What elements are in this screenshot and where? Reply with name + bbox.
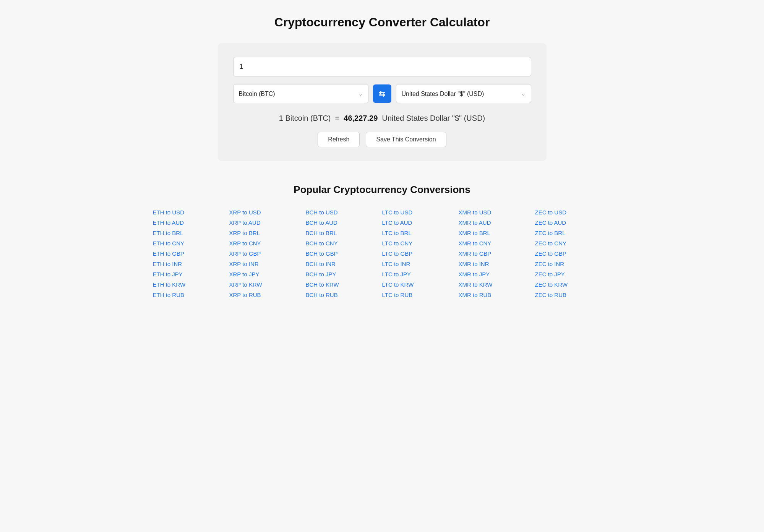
conversion-link[interactable]: XMR to JPY — [459, 269, 535, 279]
conversion-link[interactable]: BCH to BRL — [306, 228, 382, 238]
conversions-grid: ETH to USDETH to AUDETH to BRLETH to CNY… — [153, 207, 612, 300]
action-buttons: Refresh Save This Conversion — [233, 132, 531, 147]
conversion-link[interactable]: BCH to INR — [306, 259, 382, 269]
result-value: 46,227.29 — [344, 114, 378, 122]
conversion-link[interactable]: XMR to RUB — [459, 290, 535, 300]
conversion-link[interactable]: ZEC to INR — [535, 259, 612, 269]
conversion-link[interactable]: ZEC to AUD — [535, 217, 612, 228]
conversion-link[interactable]: ZEC to CNY — [535, 238, 612, 248]
conversion-link[interactable]: XMR to KRW — [459, 279, 535, 290]
conversion-link[interactable]: XRP to USD — [229, 207, 306, 217]
to-currency-wrap: United States Dollar "$" (USD)Australian… — [396, 84, 531, 103]
conversion-link[interactable]: XRP to RUB — [229, 290, 306, 300]
conversion-link[interactable]: LTC to KRW — [382, 279, 459, 290]
conversion-column-5: ZEC to USDZEC to AUDZEC to BRLZEC to CNY… — [535, 207, 612, 300]
chevron-down-icon-2: ⌄ — [521, 91, 526, 97]
currency-row: Bitcoin (BTC)Ethereum (ETH)Ripple (XRP)B… — [233, 84, 531, 103]
conversion-link[interactable]: LTC to GBP — [382, 248, 459, 259]
result-to-currency: United States Dollar "$" (USD) — [382, 114, 485, 122]
conversion-link[interactable]: LTC to AUD — [382, 217, 459, 228]
conversion-link[interactable]: XRP to GBP — [229, 248, 306, 259]
conversion-column-3: LTC to USDLTC to AUDLTC to BRLLTC to CNY… — [382, 207, 459, 300]
result-equals: = — [335, 114, 339, 122]
conversion-column-1: XRP to USDXRP to AUDXRP to BRLXRP to CNY… — [229, 207, 306, 300]
conversion-link[interactable]: ZEC to GBP — [535, 248, 612, 259]
conversion-link[interactable]: BCH to KRW — [306, 279, 382, 290]
conversion-link[interactable]: XRP to BRL — [229, 228, 306, 238]
conversion-link[interactable]: ETH to INR — [153, 259, 229, 269]
conversion-link[interactable]: ZEC to USD — [535, 207, 612, 217]
swap-button[interactable]: ⇆ — [373, 84, 391, 103]
converter-card: Bitcoin (BTC)Ethereum (ETH)Ripple (XRP)B… — [218, 43, 547, 161]
from-currency-wrap: Bitcoin (BTC)Ethereum (ETH)Ripple (XRP)B… — [233, 84, 368, 103]
conversion-link[interactable]: BCH to GBP — [306, 248, 382, 259]
conversion-link[interactable]: ETH to RUB — [153, 290, 229, 300]
conversion-link[interactable]: LTC to BRL — [382, 228, 459, 238]
conversion-link[interactable]: ZEC to RUB — [535, 290, 612, 300]
page-title: Cryptocurrency Converter Calculator — [8, 15, 756, 29]
conversion-link[interactable]: BCH to JPY — [306, 269, 382, 279]
conversion-link[interactable]: ETH to USD — [153, 207, 229, 217]
popular-section: Popular Cryptocurrency Conversions ETH t… — [153, 184, 612, 300]
amount-input[interactable] — [233, 57, 531, 76]
conversion-link[interactable]: XMR to BRL — [459, 228, 535, 238]
conversion-link[interactable]: ETH to AUD — [153, 217, 229, 228]
conversion-link[interactable]: XMR to AUD — [459, 217, 535, 228]
from-currency-select[interactable]: Bitcoin (BTC)Ethereum (ETH)Ripple (XRP)B… — [239, 91, 356, 97]
conversion-link[interactable]: BCH to USD — [306, 207, 382, 217]
conversion-link[interactable]: ZEC to JPY — [535, 269, 612, 279]
conversion-link[interactable]: ETH to GBP — [153, 248, 229, 259]
conversion-link[interactable]: ETH to CNY — [153, 238, 229, 248]
conversion-link[interactable]: LTC to RUB — [382, 290, 459, 300]
conversion-link[interactable]: ZEC to BRL — [535, 228, 612, 238]
result-from-text: 1 Bitcoin (BTC) — [279, 114, 331, 122]
conversion-link[interactable]: LTC to USD — [382, 207, 459, 217]
conversion-link[interactable]: LTC to JPY — [382, 269, 459, 279]
conversion-link[interactable]: BCH to RUB — [306, 290, 382, 300]
conversion-link[interactable]: ETH to JPY — [153, 269, 229, 279]
conversion-link[interactable]: XMR to INR — [459, 259, 535, 269]
conversion-link[interactable]: ZEC to KRW — [535, 279, 612, 290]
swap-arrows-icon: ⇆ — [379, 89, 385, 98]
chevron-down-icon: ⌄ — [358, 91, 363, 97]
conversion-column-4: XMR to USDXMR to AUDXMR to BRLXMR to CNY… — [459, 207, 535, 300]
conversion-result: 1 Bitcoin (BTC) = 46,227.29 United State… — [233, 114, 531, 123]
conversion-column-0: ETH to USDETH to AUDETH to BRLETH to CNY… — [153, 207, 229, 300]
conversion-link[interactable]: XRP to INR — [229, 259, 306, 269]
conversion-link[interactable]: BCH to CNY — [306, 238, 382, 248]
conversion-link[interactable]: XMR to USD — [459, 207, 535, 217]
save-conversion-button[interactable]: Save This Conversion — [366, 132, 446, 147]
conversion-link[interactable]: ETH to BRL — [153, 228, 229, 238]
conversion-link[interactable]: LTC to INR — [382, 259, 459, 269]
to-currency-select[interactable]: United States Dollar "$" (USD)Australian… — [402, 91, 519, 97]
conversion-link[interactable]: LTC to CNY — [382, 238, 459, 248]
popular-title: Popular Cryptocurrency Conversions — [153, 184, 612, 196]
refresh-button[interactable]: Refresh — [318, 132, 360, 147]
conversion-link[interactable]: XMR to CNY — [459, 238, 535, 248]
conversion-link[interactable]: XRP to AUD — [229, 217, 306, 228]
conversion-link[interactable]: XRP to KRW — [229, 279, 306, 290]
conversion-column-2: BCH to USDBCH to AUDBCH to BRLBCH to CNY… — [306, 207, 382, 300]
conversion-link[interactable]: BCH to AUD — [306, 217, 382, 228]
conversion-link[interactable]: XMR to GBP — [459, 248, 535, 259]
conversion-link[interactable]: XRP to CNY — [229, 238, 306, 248]
conversion-link[interactable]: ETH to KRW — [153, 279, 229, 290]
conversion-link[interactable]: XRP to JPY — [229, 269, 306, 279]
